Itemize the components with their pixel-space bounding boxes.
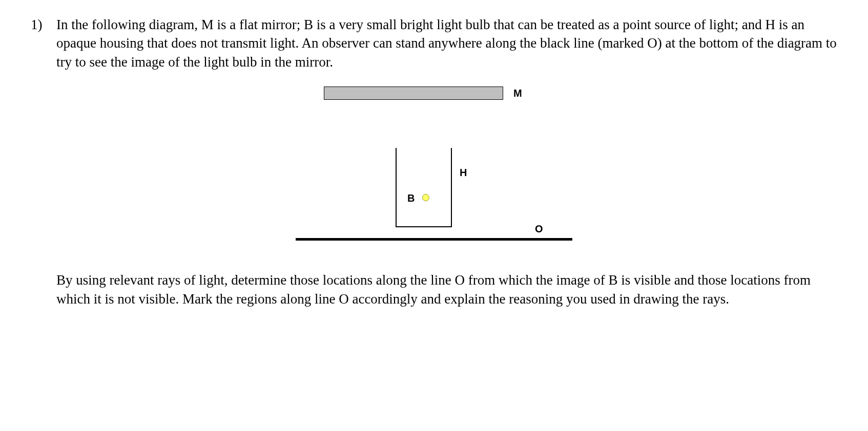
bulb-label: B <box>407 191 415 205</box>
mirror-label: M <box>513 87 522 100</box>
problem-number: 1) <box>31 15 56 34</box>
problem-body: In the following diagram, M is a flat mi… <box>56 15 837 318</box>
mirror-shape <box>324 87 503 100</box>
housing-shape <box>396 148 452 227</box>
problem-paragraph-2: By using relevant rays of light, determi… <box>56 271 837 308</box>
problem-paragraph-1: In the following diagram, M is a flat mi… <box>56 15 837 71</box>
observer-label: O <box>535 222 543 236</box>
physics-diagram: M H B O <box>267 87 626 250</box>
problem-container: 1) In the following diagram, M is a flat… <box>31 15 837 318</box>
observer-line <box>296 238 572 241</box>
housing-label: H <box>460 166 467 180</box>
diagram-container: M H B O <box>56 87 837 250</box>
